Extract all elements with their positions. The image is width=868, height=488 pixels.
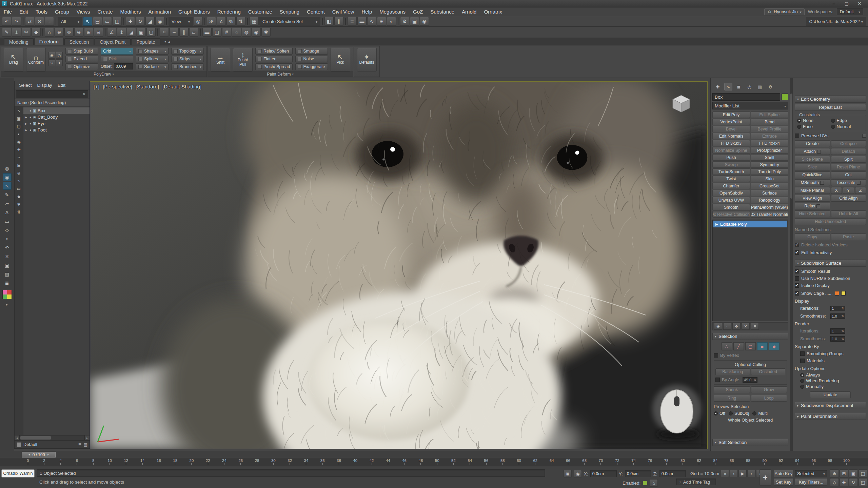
frame-tick[interactable]: 42 — [363, 459, 380, 466]
edit-geometry-button[interactable]: View Align — [795, 195, 830, 202]
frame-tick[interactable]: 96 — [806, 459, 822, 466]
search-input[interactable] — [18, 92, 80, 97]
modifier-button[interactable]: Edit Normals — [712, 133, 750, 139]
modifier-button[interactable]: PathDeform (WSM) — [751, 204, 788, 210]
polygon-subobject-icon[interactable]: ■ — [757, 342, 768, 350]
menu-item[interactable]: Tools — [32, 7, 51, 16]
frame-tick[interactable]: 2 — [36, 459, 52, 466]
modifier-button[interactable]: Push — [712, 154, 750, 161]
unhide-all-icon[interactable]: ◍ — [242, 28, 251, 37]
grid-align-icon[interactable]: # — [222, 28, 231, 37]
edit-geometry-button[interactable]: Make Planar — [795, 187, 830, 194]
explorer-sort-header[interactable]: Name (Sorted Ascending) — [15, 99, 90, 106]
expand-arrow-icon[interactable]: ▶ — [25, 122, 28, 125]
display-iterations-field[interactable]: 1⇅ — [830, 306, 845, 311]
paint-deform-pick-button[interactable]: ↖ Pick — [331, 48, 350, 72]
preview-selection-radio[interactable]: Multi — [752, 411, 767, 416]
viewport-label-segment[interactable]: [Standard] — [136, 84, 159, 89]
previous-frame-button[interactable]: ‹ — [730, 470, 738, 477]
list-icon[interactable]: ≣ — [3, 279, 12, 287]
update-option-radio[interactable]: When Rendering — [800, 378, 866, 383]
select-and-move-icon[interactable]: ✚ — [126, 17, 135, 26]
edit-geometry-button[interactable]: Grid Align — [831, 195, 866, 202]
edit-geometry-button[interactable]: Slice Plane — [795, 156, 830, 163]
zoom-all-icon[interactable]: ⊞ — [840, 469, 848, 477]
settings-icon[interactable] — [816, 204, 820, 208]
ribbon-tab[interactable]: Freeform — [34, 38, 64, 45]
constrain-edge-icon[interactable]: ∥ — [179, 28, 189, 37]
time-slider-handle[interactable]: ◂ 0 / 100 ▸ — [22, 452, 56, 458]
offset-field[interactable]: 0.009 — [114, 63, 133, 69]
scene-object-row[interactable]: ▶ ● ▣ Eye — [23, 120, 90, 127]
render-iterations-field[interactable]: 1⇅ — [830, 328, 845, 334]
frame-tick[interactable]: 0 — [20, 459, 36, 466]
edit-geometry-button[interactable]: Hide Selected — [795, 210, 830, 217]
shift-tool-button[interactable]: ↔ Shift — [211, 48, 230, 72]
select-and-place-icon[interactable]: ◉ — [155, 17, 164, 26]
soft-selection-rollout-header[interactable]: Soft Selection — [712, 439, 788, 446]
polydraw-group-label[interactable]: PolyDraw — [1, 72, 206, 77]
modifier-stack[interactable]: ▶ Editable Poly — [712, 220, 788, 321]
preview-selection-radio[interactable]: Off — [714, 411, 725, 416]
frame-tick[interactable]: 56 — [478, 459, 494, 466]
set-keys-button[interactable]: ✚ — [760, 469, 771, 486]
frame-tick[interactable]: 82 — [691, 459, 707, 466]
selection-rollout-header[interactable]: Selection — [712, 333, 788, 340]
zoom-extents-all-icon[interactable]: ◱ — [859, 469, 867, 477]
full-interactivity-checkbox[interactable] — [795, 250, 799, 255]
paint-deform-group-label[interactable]: Paint Deform — [208, 72, 353, 77]
frame-tick[interactable]: 98 — [822, 459, 838, 466]
draw-on-mode-dropdown[interactable]: Grid — [101, 48, 133, 55]
sort-icon[interactable]: ⇅ — [15, 209, 23, 216]
next-frame-button[interactable]: › — [747, 470, 755, 477]
curve-editor-icon[interactable]: ∿ — [367, 17, 376, 26]
display-materials-icon[interactable]: ◆ — [15, 193, 23, 200]
layer-list-icon[interactable]: ≣ — [78, 442, 82, 447]
make-planar-x-button[interactable]: X — [831, 187, 842, 194]
menu-item[interactable]: Views — [73, 7, 94, 16]
frame-tick[interactable]: 52 — [445, 459, 461, 466]
pan-icon[interactable]: ✚ — [840, 478, 848, 486]
previous-key-icon[interactable]: ◂ — [28, 453, 30, 456]
lightbulb-icon[interactable]: ◍ — [3, 164, 12, 172]
scene-object-row[interactable]: ▶ ● ▣ Foot — [23, 127, 90, 133]
modifier-button[interactable]: Normalize Spline — [712, 147, 750, 154]
display-xrefs-icon[interactable]: ⊕ — [15, 170, 23, 177]
frame-tick[interactable]: 64 — [544, 459, 560, 466]
menu-item[interactable]: Civil View — [329, 7, 358, 16]
separate-by-checkbox[interactable] — [800, 359, 805, 363]
frame-tick[interactable]: 86 — [724, 459, 740, 466]
modifier-button[interactable]: Twist — [712, 176, 750, 182]
enabled-indicator[interactable] — [643, 481, 647, 485]
modifier-button[interactable]: Turn to Poly — [751, 168, 788, 175]
menu-item[interactable]: Arnold — [458, 7, 480, 16]
preserve-uvs-settings-icon[interactable] — [862, 134, 866, 138]
create-tab-icon[interactable]: ✚ — [714, 83, 722, 90]
add-time-tag-field[interactable]: ◔ Add Time Tag — [676, 479, 716, 485]
y-coord-field[interactable]: 0.0cm — [625, 470, 651, 477]
swift-loop-icon[interactable]: ⊥ — [12, 28, 21, 37]
frame-tick[interactable]: 92 — [773, 459, 789, 466]
schematic-view-icon[interactable]: ⊞ — [377, 17, 386, 26]
object-name-field[interactable]: Box — [712, 93, 780, 101]
repeat-last-button[interactable]: Repeat Last — [795, 104, 866, 111]
relax-brush-icon[interactable]: ∼ — [170, 28, 179, 37]
maximize-viewport-icon[interactable]: ◰ — [859, 478, 867, 486]
ribbon-tab[interactable]: Modeling — [4, 38, 34, 45]
element-subobject-icon[interactable]: ◆ — [769, 342, 780, 350]
time-slider[interactable]: ◂ 0 / 100 ▸ — [0, 451, 708, 458]
subdivision-checkbox[interactable] — [795, 276, 799, 281]
render-smoothness-field[interactable]: 1.0⇅ — [830, 336, 845, 342]
hide-selection-icon[interactable]: ◌ — [232, 28, 241, 37]
timeline-ruler[interactable]: 0 2 4 6 8 10 — [0, 458, 868, 466]
explorer-menu-item[interactable]: Select — [17, 83, 34, 88]
active-layer-label[interactable]: Default — [23, 442, 76, 447]
show-end-result-icon[interactable]: ≈ — [723, 323, 731, 330]
frame-tick[interactable]: 60 — [511, 459, 527, 466]
named-selection-sets-dropdown[interactable]: Create Selection Set — [259, 17, 320, 26]
surface-button[interactable]: Surface — [136, 63, 169, 70]
weld-icon[interactable]: ⊕ — [55, 28, 64, 37]
defaults-button[interactable]: ✦ Defaults — [357, 48, 377, 72]
frame-tick[interactable]: 68 — [576, 459, 593, 466]
scene-object-row[interactable]: ▶ ● ▣ Cat_Body — [23, 114, 90, 120]
